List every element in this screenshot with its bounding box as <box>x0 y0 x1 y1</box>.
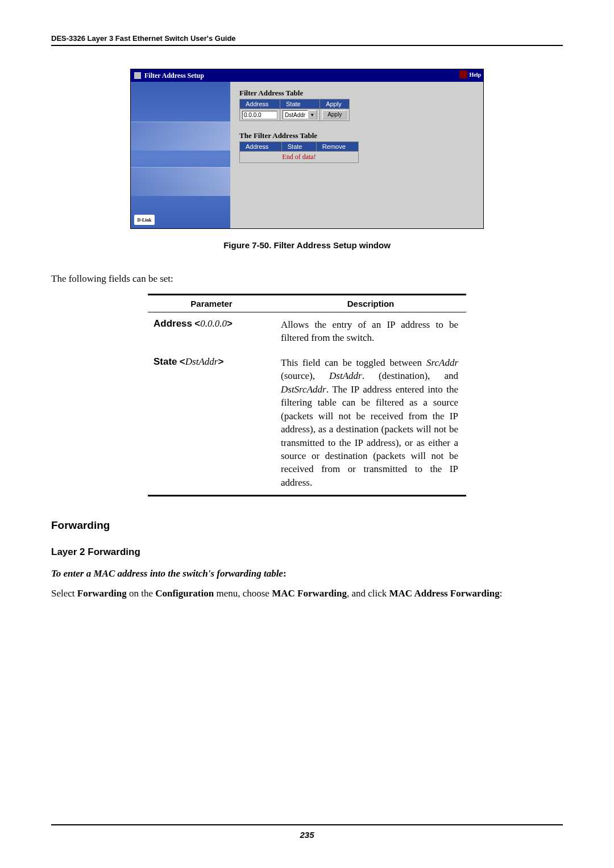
th-address-2: Address <box>240 142 282 152</box>
th-description: Description <box>275 294 466 312</box>
param-state-name: State <box>154 356 177 367</box>
window-content: Filter Address Table Address State Apply… <box>230 82 483 228</box>
layer2-forwarding-heading: Layer 2 Forwarding <box>51 546 563 558</box>
th-address: Address <box>240 99 280 109</box>
th-remove: Remove <box>316 142 358 152</box>
the-filter-address-table: Address State Remove End of data! <box>239 141 359 163</box>
nav-instruction: Select Forwarding on the Configuration m… <box>51 587 563 600</box>
state-select[interactable]: DstAddr ▼ <box>283 110 317 119</box>
table-row: Address <0.0.0.0> Allows the entry of an… <box>148 312 466 350</box>
page-header: DES-3326 Layer 3 Fast Ethernet Switch Us… <box>51 34 563 46</box>
param-address-name: Address <box>154 318 192 329</box>
th-state-2: State <box>281 142 316 152</box>
address-input[interactable] <box>242 111 277 119</box>
page-number: 235 <box>51 824 563 840</box>
help-button[interactable]: Help <box>459 70 481 78</box>
th-apply: Apply <box>320 99 350 109</box>
help-icon <box>459 70 467 78</box>
figure-wrap: Filter Address Setup Help D-Link Filter … <box>51 69 563 229</box>
param-address-desc: Allows the entry of an IP address to be … <box>275 312 466 350</box>
chevron-down-icon: ▼ <box>308 110 317 119</box>
state-select-value: DstAddr <box>285 112 305 118</box>
window-titlebar: Filter Address Setup Help <box>131 69 483 82</box>
sidebar-decor: D-Link <box>131 82 230 228</box>
the-filter-address-table-title: The Filter Address Table <box>239 131 474 140</box>
help-label: Help <box>469 72 481 78</box>
param-address-val: 0.0.0.0 <box>200 318 227 329</box>
forwarding-heading: Forwarding <box>51 519 563 532</box>
figure-caption: Figure 7-50. Filter Address Setup window <box>51 240 563 250</box>
table-row: State <DstAddr> This field can be toggle… <box>148 350 466 496</box>
apply-button[interactable]: Apply <box>322 110 347 119</box>
param-state-val: DstAddr <box>185 356 218 367</box>
th-parameter: Parameter <box>148 294 275 312</box>
dlink-logo: D-Link <box>134 215 155 225</box>
parameter-table: Parameter Description Address <0.0.0.0> … <box>148 294 466 496</box>
lead-instruction: To enter a MAC address into the switch's… <box>51 568 563 579</box>
filter-address-table-title: Filter Address Table <box>239 89 474 98</box>
intro-text: The following fields can be set: <box>51 273 563 286</box>
end-of-data: End of data! <box>240 152 359 163</box>
param-state-desc: This field can be toggled between SrcAdd… <box>275 350 466 496</box>
filter-address-input-table: Address State Apply DstAddr ▼ <box>239 99 350 121</box>
th-state: State <box>280 99 320 109</box>
filter-address-setup-window: Filter Address Setup Help D-Link Filter … <box>130 69 484 229</box>
window-title: Filter Address Setup <box>144 72 204 80</box>
window-icon <box>134 72 141 79</box>
